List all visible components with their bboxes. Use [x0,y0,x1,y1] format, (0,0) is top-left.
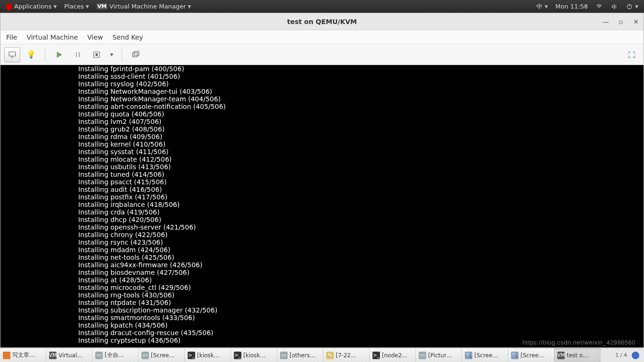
task-label: [others… [289,352,315,359]
fullscreen-button[interactable] [624,47,640,62]
task-label: Virtual… [58,352,83,359]
pause-button[interactable] [70,47,86,62]
gnome-top-panel: Applications ▼ Places ▼ VM Virtual Machi… [0,0,644,13]
menu-bar: File Virtual Machine View Send Key [0,30,644,44]
console-line: Installing mlocate (412/506) [78,156,644,163]
task-others[interactable]: ▭[others… [277,348,323,362]
console-line: Installing usbutils (413/506) [78,163,644,171]
console-line: Installing kernel (410/506) [78,140,644,148]
svg-rect-5 [134,51,139,55]
vm-console-window: test on QEMU/KVM — ▫ ✕ File Virtual Mach… [0,13,644,348]
task-label: [Scree… [151,352,174,359]
menu-sendkey[interactable]: Send Key [112,33,143,41]
task-doc[interactable]: ▭[全自… [92,348,139,362]
menu-file[interactable]: File [6,33,17,41]
task-virt-manager[interactable]: VMVirtual… [46,348,92,362]
run-button[interactable] [51,47,67,62]
task-terminal-node2[interactable]: >_[node2… [370,348,416,362]
console-line: Installing cryptsetup (436/506) [78,337,644,344]
console-line: Installing biosdevname (427/506) [78,269,644,276]
tray-app-icon[interactable] [632,352,639,359]
menu-view[interactable]: View [87,33,103,41]
task-screenshot-1[interactable]: ▭[Scree… [139,348,185,362]
ime-indicator[interactable]: 中 ▼ [534,2,551,11]
toolbar-separator [45,49,45,61]
console-line: Installing crda (419/506) [78,208,644,216]
console-line: Installing aic94xx-firmware (426/506) [78,261,644,269]
menu-vm[interactable]: Virtual Machine [26,33,78,41]
task-app-icon: 🔍 [465,352,472,359]
network-indicator[interactable] [593,3,606,10]
toolbar: 💡 ▼ [0,44,644,65]
redhat-icon [4,2,14,11]
console-line: Installing NetworkManager-tui (403/506) [78,88,644,95]
speaker-icon [611,3,618,10]
console-line: Installing rng-tools (430/506) [78,291,644,299]
window-titlebar[interactable]: test on QEMU/KVM — ▫ ✕ [0,13,644,30]
console-line: Installing chrony (422/506) [78,231,644,239]
monitor-icon [8,50,17,59]
shutdown-menu-button[interactable]: ▼ [107,47,116,62]
show-console-button[interactable] [4,47,20,62]
console-line: Installing mdadm (424/506) [78,246,644,254]
vm-guest-console[interactable]: Installing fprintd-pam (400/506)Installi… [0,65,644,347]
workspace-indicator[interactable]: 1 / 4 [611,348,644,362]
volume-indicator[interactable] [608,3,621,10]
window-list-taskbar: 写文章…VMVirtual…▭[全自…▭[Scree…>_[kiosk…>_[k… [0,348,644,362]
workspace-label: 1 / 4 [615,352,627,358]
stop-icon [92,50,101,59]
console-line: Installing rsync (423/506) [78,239,644,246]
shutdown-button[interactable] [89,47,105,62]
task-gedit[interactable]: ✎[7-22… [323,348,370,362]
show-details-button[interactable]: 💡 [23,47,39,62]
task-label: [node2… [382,352,407,359]
task-label: [Pictur… [428,352,452,359]
console-line: Installing psacct (415/506) [78,178,644,186]
task-app-icon: >_ [188,352,195,359]
chevron-down-icon: ▼ [53,4,57,9]
snapshots-button[interactable] [128,47,144,62]
console-line: Installing tuned (414/506) [78,171,644,178]
chevron-down-icon: ▼ [110,52,114,57]
console-line: Installing microcode_ctl (429/506) [78,284,644,291]
clock[interactable]: Mon 11:58 [553,3,591,10]
task-app-icon: ▭ [419,352,426,359]
console-line: Installing lvm2 (407/506) [78,118,644,125]
task-app-icon: >_ [372,352,380,359]
task-screenshot-3[interactable]: 🔍[Scree… [508,348,554,362]
task-label: test o… [567,352,588,359]
task-app-icon: >_ [234,352,241,359]
console-line: Installing dhcp (420/506) [78,216,644,223]
task-screenshot-2[interactable]: 🔍[Scree… [462,348,508,362]
active-app-menu[interactable]: VM Virtual Machine Manager ▼ [94,3,194,10]
task-app-icon [3,352,10,359]
pause-icon [74,50,82,59]
task-terminal-kiosk-1[interactable]: >_[kiosk… [185,348,231,362]
console-line: Installing grub2 (408/506) [78,125,644,133]
virt-manager-icon: VM [97,3,107,9]
power-icon [626,3,633,10]
window-minimize-button[interactable]: — [602,18,610,25]
power-menu[interactable]: ▼ [623,3,641,10]
window-close-button[interactable]: ✕ [632,18,640,25]
places-menu[interactable]: Places ▼ [61,3,91,10]
console-line: Installing abrt-console-notification (40… [78,103,644,110]
toolbar-separator [122,49,122,61]
task-label: [Scree… [520,352,544,359]
svg-rect-1 [9,52,16,56]
window-maximize-button[interactable]: ▫ [617,18,625,25]
wifi-icon [595,3,603,10]
task-firefox[interactable]: 写文章… [0,348,46,362]
console-line: Installing audit (416/506) [78,186,644,193]
applications-menu[interactable]: Applications ▼ [3,3,59,10]
task-app-icon: ✎ [326,352,334,359]
chevron-down-icon: ▼ [635,4,638,9]
task-vm-test[interactable]: VMtest o… [554,348,601,362]
task-pictures[interactable]: ▭[Pictur… [416,348,462,362]
console-line: Installing quota (406/506) [78,110,644,118]
task-label: [全自… [105,351,124,359]
console-line: Installing at (428/506) [78,276,644,284]
task-terminal-kiosk-2[interactable]: >_[kiosk… [231,348,277,362]
task-label: [7-22… [336,352,356,359]
console-line: Installing rsyslog (402/506) [78,80,644,88]
